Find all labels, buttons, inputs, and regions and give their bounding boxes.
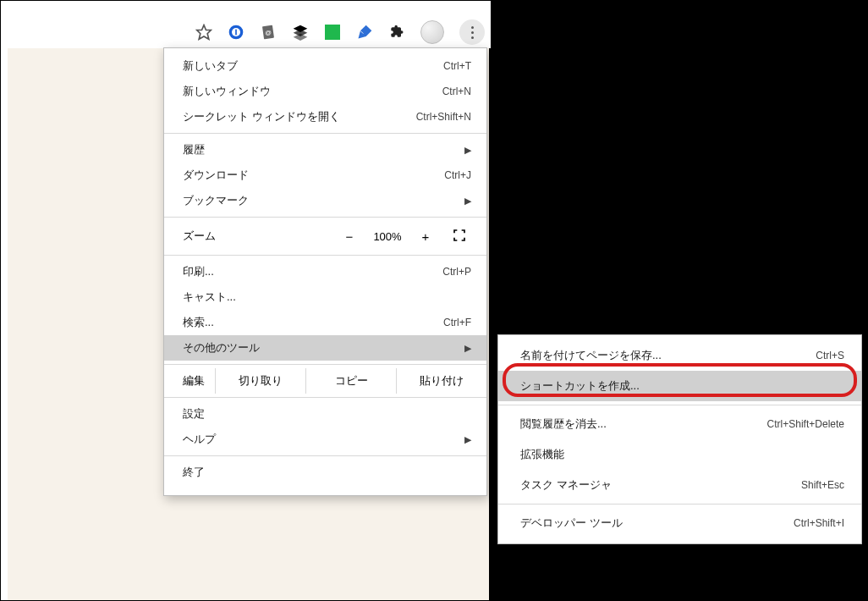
submenu-save-as[interactable]: 名前を付けてページを保存... Ctrl+S bbox=[498, 340, 861, 371]
svg-marker-0 bbox=[197, 25, 212, 40]
menu-new-tab[interactable]: 新しいタブ Ctrl+T bbox=[164, 53, 486, 79]
zoom-in-button[interactable]: + bbox=[409, 229, 442, 244]
svg-rect-3 bbox=[235, 30, 237, 36]
submenu-extensions[interactable]: 拡張機能 bbox=[498, 439, 861, 470]
submenu-shortcut: Ctrl+Shift+I bbox=[794, 517, 844, 529]
menu-separator bbox=[164, 364, 486, 365]
menu-separator bbox=[498, 504, 861, 505]
menu-help[interactable]: ヘルプ ▶ bbox=[164, 427, 486, 452]
menu-label: 検索... bbox=[183, 315, 443, 330]
menu-shortcut: Ctrl+N bbox=[442, 85, 471, 97]
main-menu: 新しいタブ Ctrl+T 新しいウィンドウ Ctrl+N シークレット ウィンド… bbox=[163, 47, 487, 496]
submenu-shortcut: Shift+Esc bbox=[801, 479, 844, 491]
menu-label: ヘルプ bbox=[183, 432, 458, 447]
extension-toolbar: @ bbox=[195, 19, 485, 45]
submenu-task-manager[interactable]: タスク マネージャ Shift+Esc bbox=[498, 470, 861, 500]
menu-history[interactable]: 履歴 ▶ bbox=[164, 137, 486, 163]
menu-label: シークレット ウィンドウを開く bbox=[183, 109, 416, 124]
menu-separator bbox=[164, 217, 486, 218]
menu-more-tools[interactable]: その他のツール ▶ bbox=[164, 335, 486, 361]
menu-separator bbox=[164, 255, 486, 256]
square-icon[interactable] bbox=[324, 24, 341, 41]
menu-edit-row: 編集 切り取り コピー 貼り付け bbox=[164, 368, 486, 394]
menu-label: ダウンロード bbox=[183, 168, 444, 183]
menu-shortcut: Ctrl+J bbox=[444, 169, 471, 181]
menu-label: 新しいウィンドウ bbox=[183, 84, 442, 99]
submenu-create-shortcut[interactable]: ショートカットを作成... bbox=[498, 371, 861, 401]
menu-label: 新しいタブ bbox=[183, 58, 443, 74]
chevron-right-icon: ▶ bbox=[464, 196, 471, 207]
menu-settings[interactable]: 設定 bbox=[164, 401, 486, 427]
doc-icon[interactable]: @ bbox=[260, 24, 277, 41]
left-edge-strip bbox=[1, 48, 8, 601]
edit-copy-button[interactable]: コピー bbox=[305, 368, 396, 394]
menu-separator bbox=[164, 455, 486, 456]
menu-find[interactable]: 検索... Ctrl+F bbox=[164, 310, 486, 335]
submenu-label: 名前を付けてページを保存... bbox=[520, 348, 816, 363]
submenu-shortcut: Ctrl+S bbox=[816, 350, 844, 361]
zoom-out-button[interactable]: − bbox=[332, 229, 366, 244]
submenu-clear-history[interactable]: 閲覧履歴を消去... Ctrl+Shift+Delete bbox=[498, 409, 861, 439]
chevron-right-icon: ▶ bbox=[464, 434, 471, 445]
onepassword-icon[interactable] bbox=[228, 24, 244, 41]
menu-label: 履歴 bbox=[183, 142, 458, 157]
kebab-menu-icon[interactable] bbox=[459, 19, 485, 45]
profile-avatar[interactable] bbox=[420, 20, 444, 44]
edit-cut-button[interactable]: 切り取り bbox=[215, 368, 305, 394]
menu-label: 設定 bbox=[183, 406, 471, 422]
menu-shortcut: Ctrl+T bbox=[443, 60, 471, 72]
chevron-right-icon: ▶ bbox=[464, 343, 471, 354]
menu-label: 終了 bbox=[183, 465, 471, 480]
zoom-value: 100% bbox=[366, 230, 409, 243]
menu-zoom: ズーム − 100% + bbox=[164, 221, 486, 251]
fullscreen-icon[interactable] bbox=[442, 229, 476, 245]
submenu-label: 拡張機能 bbox=[520, 447, 844, 462]
star-icon[interactable] bbox=[195, 24, 212, 41]
layers-icon[interactable] bbox=[292, 24, 309, 41]
menu-label: ブックマーク bbox=[183, 193, 458, 208]
menu-separator bbox=[498, 405, 861, 405]
svg-text:@: @ bbox=[265, 29, 272, 36]
edit-label: 編集 bbox=[164, 368, 215, 394]
menu-shortcut: Ctrl+P bbox=[442, 266, 471, 278]
more-tools-submenu: 名前を付けてページを保存... Ctrl+S ショートカットを作成... 閲覧履… bbox=[497, 334, 862, 544]
svg-marker-8 bbox=[294, 34, 308, 41]
zoom-label: ズーム bbox=[183, 229, 332, 244]
submenu-label: タスク マネージャ bbox=[520, 477, 801, 493]
chevron-right-icon: ▶ bbox=[464, 145, 471, 156]
menu-bookmarks[interactable]: ブックマーク ▶ bbox=[164, 188, 486, 213]
menu-exit[interactable]: 終了 bbox=[164, 460, 486, 485]
menu-cast[interactable]: キャスト... bbox=[164, 284, 486, 310]
puzzle-icon[interactable] bbox=[388, 24, 405, 41]
menu-shortcut: Ctrl+F bbox=[443, 317, 471, 328]
menu-shortcut: Ctrl+Shift+N bbox=[416, 111, 471, 123]
menu-label: その他のツール bbox=[183, 340, 458, 356]
menu-separator bbox=[164, 133, 486, 134]
menu-new-window[interactable]: 新しいウィンドウ Ctrl+N bbox=[164, 79, 486, 104]
submenu-label: 閲覧履歴を消去... bbox=[520, 416, 767, 432]
submenu-shortcut: Ctrl+Shift+Delete bbox=[767, 418, 844, 430]
menu-incognito[interactable]: シークレット ウィンドウを開く Ctrl+Shift+N bbox=[164, 104, 486, 130]
menu-label: キャスト... bbox=[183, 289, 471, 305]
submenu-label: ショートカットを作成... bbox=[520, 378, 844, 394]
edit-paste-button[interactable]: 貼り付け bbox=[396, 368, 486, 394]
submenu-label: デベロッパー ツール bbox=[520, 516, 794, 531]
submenu-dev-tools[interactable]: デベロッパー ツール Ctrl+Shift+I bbox=[498, 508, 861, 538]
menu-downloads[interactable]: ダウンロード Ctrl+J bbox=[164, 163, 486, 188]
quill-icon[interactable] bbox=[356, 24, 373, 41]
menu-separator bbox=[164, 397, 486, 398]
menu-label: 印刷... bbox=[183, 264, 442, 279]
menu-print[interactable]: 印刷... Ctrl+P bbox=[164, 259, 486, 284]
